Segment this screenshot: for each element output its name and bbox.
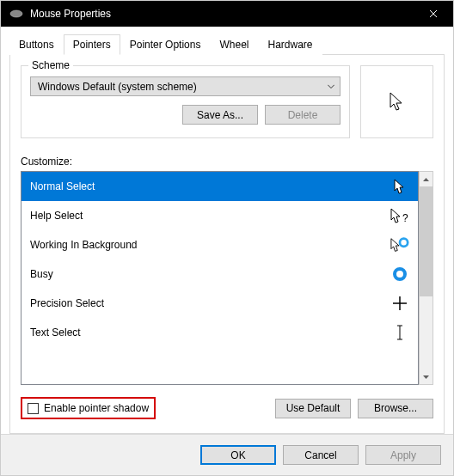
- arrow-ring-icon: [390, 237, 409, 253]
- scheme-combobox[interactable]: Windows Default (system scheme): [30, 76, 340, 96]
- list-item[interactable]: Help Select ?: [21, 201, 418, 230]
- tab-buttons[interactable]: Buttons: [9, 34, 64, 55]
- scroll-up-button[interactable]: [420, 172, 433, 186]
- scheme-selected: Windows Default (system scheme): [38, 81, 197, 93]
- cursor-listbox[interactable]: Normal Select Help Select ? Working In B…: [21, 171, 419, 385]
- close-button[interactable]: [414, 1, 453, 27]
- scroll-down-button[interactable]: [420, 369, 433, 384]
- cross-icon: [390, 296, 409, 311]
- list-item[interactable]: Normal Select: [21, 172, 418, 201]
- svg-text:?: ?: [402, 212, 408, 224]
- svg-point-0: [10, 10, 22, 17]
- customize-label: Customize:: [21, 156, 433, 168]
- listbox-scrollbar[interactable]: [419, 171, 433, 385]
- list-item[interactable]: Text Select: [21, 318, 418, 347]
- cancel-button[interactable]: Cancel: [283, 445, 359, 465]
- tab-strip: Buttons Pointers Pointer Options Wheel H…: [9, 34, 445, 55]
- scroll-thumb[interactable]: [420, 186, 433, 296]
- apply-button: Apply: [365, 445, 441, 465]
- tab-wheel[interactable]: Wheel: [210, 34, 258, 55]
- svg-point-3: [395, 269, 405, 279]
- enable-pointer-shadow-label: Enable pointer shadow: [44, 402, 149, 414]
- arrow-icon: [390, 179, 409, 195]
- enable-pointer-shadow-checkbox[interactable]: [28, 403, 39, 414]
- list-item[interactable]: Precision Select: [21, 289, 418, 318]
- arrow-help-icon: ?: [390, 208, 409, 224]
- ok-button[interactable]: OK: [200, 445, 276, 465]
- dialog-footer: OK Cancel Apply: [1, 434, 453, 475]
- chevron-down-icon: [328, 84, 334, 88]
- window-title: Mouse Properties: [30, 8, 414, 20]
- use-default-button[interactable]: Use Default: [275, 399, 351, 418]
- list-item-label: Text Select: [30, 326, 81, 339]
- list-item-label: Busy: [30, 268, 53, 280]
- pointers-page: Scheme Windows Default (system scheme) S…: [9, 55, 445, 434]
- list-item-label: Working In Background: [30, 239, 138, 251]
- scheme-legend: Scheme: [28, 59, 73, 71]
- ring-icon: [390, 266, 409, 282]
- delete-button: Delete: [265, 105, 340, 125]
- enable-pointer-shadow-highlight: Enable pointer shadow: [21, 397, 156, 419]
- save-as-button[interactable]: Save As...: [182, 105, 258, 125]
- svg-point-2: [400, 238, 408, 246]
- scheme-groupbox: Scheme Windows Default (system scheme) S…: [21, 65, 350, 138]
- arrow-icon: [390, 92, 405, 113]
- list-item-label: Help Select: [30, 210, 83, 222]
- tab-hardware[interactable]: Hardware: [258, 34, 322, 55]
- dialog-body: Buttons Pointers Pointer Options Wheel H…: [1, 27, 453, 434]
- list-item-label: Normal Select: [30, 180, 95, 192]
- ibeam-icon: [390, 325, 409, 340]
- tab-pointer-options[interactable]: Pointer Options: [120, 34, 211, 55]
- mouse-icon: [9, 7, 23, 21]
- mouse-properties-window: Mouse Properties Buttons Pointers Pointe…: [0, 0, 454, 476]
- scroll-track[interactable]: [420, 186, 433, 369]
- tab-pointers[interactable]: Pointers: [64, 34, 120, 55]
- browse-button[interactable]: Browse...: [358, 399, 433, 418]
- list-item-label: Precision Select: [30, 297, 104, 309]
- list-item[interactable]: Working In Background: [21, 230, 418, 259]
- cursor-preview: [360, 65, 433, 138]
- list-item[interactable]: Busy: [21, 259, 418, 289]
- titlebar: Mouse Properties: [1, 1, 453, 27]
